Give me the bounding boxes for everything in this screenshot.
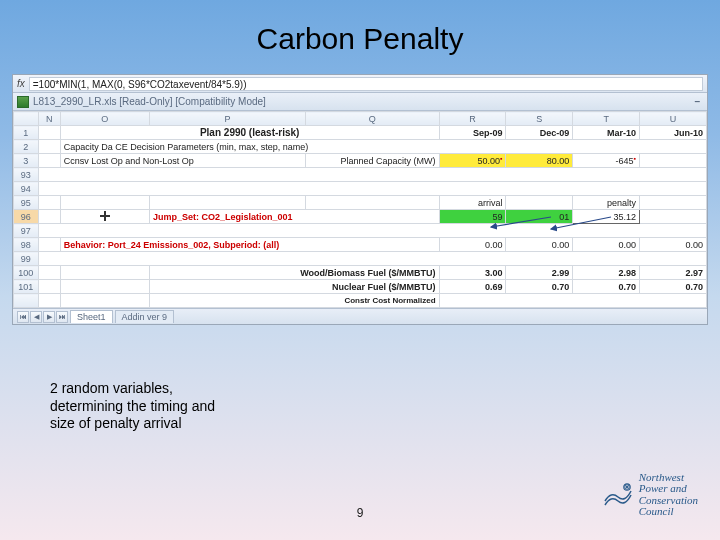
col-header[interactable]: R	[439, 112, 506, 126]
table-row[interactable]: Constr Cost Normalized	[14, 294, 707, 308]
cell[interactable]: Ccnsv Lost Op and Non-Lost Op	[60, 154, 305, 168]
excel-screenshot: fx =100*MIN(1, MAX(0, S96*CO2taxevent/84…	[12, 74, 708, 325]
grid[interactable]: N O P Q R S T U 1 Plan 2990 (least-risk)…	[13, 111, 707, 308]
table-row[interactable]: 93	[14, 168, 707, 182]
cell[interactable]: Planned Capacity (MW)	[305, 154, 439, 168]
table-row[interactable]: 99	[14, 252, 707, 266]
slide-caption: 2 random variables, determining the timi…	[50, 380, 220, 433]
cell[interactable]: Sep-09	[439, 126, 506, 140]
formula-input[interactable]: =100*MIN(1, MAX(0, S96*CO2taxevent/84*5.…	[29, 77, 703, 91]
cell[interactable]: Capacity Da CE Decision Parameters (min,…	[60, 140, 706, 154]
sheet-tab[interactable]: Addin ver 9	[115, 310, 175, 323]
cell[interactable]: 3.00	[439, 266, 506, 280]
col-header[interactable]: N	[38, 112, 60, 126]
row-header[interactable]: 99	[14, 252, 39, 266]
excel-file-icon	[17, 96, 29, 108]
cell[interactable]: 0.70	[506, 280, 573, 294]
row-header-selected[interactable]: 96	[14, 210, 39, 224]
table-row[interactable]: 98 Behavior: Port_24 Emissions_002, Subp…	[14, 238, 707, 252]
cell[interactable]: 59	[439, 210, 506, 224]
cell[interactable]: 2.99	[506, 266, 573, 280]
col-header[interactable]: P	[149, 112, 305, 126]
tab-next-button[interactable]: ▶	[43, 311, 55, 323]
cell[interactable]: Constr Cost Normalized	[149, 294, 439, 308]
table-row[interactable]: 2 Capacity Da CE Decision Parameters (mi…	[14, 140, 707, 154]
row-header[interactable]: 94	[14, 182, 39, 196]
row-header[interactable]: 98	[14, 238, 39, 252]
cell[interactable]: 80.00	[506, 154, 573, 168]
tab-nav-buttons[interactable]: ⏮ ◀ ▶ ⏭	[17, 311, 68, 323]
cell[interactable]: 0.00	[439, 238, 506, 252]
logo-text: Northwest Power and Conservation Council	[639, 472, 698, 518]
sheet-tab-active[interactable]: Sheet1	[70, 310, 113, 323]
table-row[interactable]: 100 Wood/Biomass Fuel ($/MMBTU) 3.00 2.9…	[14, 266, 707, 280]
col-header[interactable]: U	[640, 112, 707, 126]
plus-icon	[100, 211, 110, 221]
formula-bar: fx =100*MIN(1, MAX(0, S96*CO2taxevent/84…	[13, 75, 707, 93]
tab-last-button[interactable]: ⏭	[56, 311, 68, 323]
logo-icon	[603, 481, 633, 509]
table-row[interactable]: 101 Nuclear Fuel ($/MMBTU) 0.69 0.70 0.7…	[14, 280, 707, 294]
workbook-name: L813_2990_LR.xls [Read-Only] [Compatibil…	[33, 96, 266, 107]
col-header[interactable]: Q	[305, 112, 439, 126]
cell[interactable]: 0.70	[640, 280, 707, 294]
behavior-cell[interactable]: Behavior: Port_24 Emissions_002, Subperi…	[60, 238, 439, 252]
col-header[interactable]: T	[573, 112, 640, 126]
fx-label: fx	[17, 78, 25, 89]
cell[interactable]: 0.00	[640, 238, 707, 252]
plan-title-cell[interactable]: Plan 2990 (least-risk)	[60, 126, 439, 140]
cell[interactable]: 50.00▪	[439, 154, 506, 168]
cell[interactable]: 2.97	[640, 266, 707, 280]
table-row[interactable]: 94	[14, 182, 707, 196]
table-row[interactable]: 97	[14, 224, 707, 238]
cell[interactable]: 01	[506, 210, 573, 224]
row-header[interactable]: 2	[14, 140, 39, 154]
cell[interactable]: 0.70	[573, 280, 640, 294]
cell[interactable]: -645▪	[573, 154, 640, 168]
column-headers[interactable]: N O P Q R S T U	[14, 112, 707, 126]
org-logo: Northwest Power and Conservation Council	[603, 472, 698, 518]
cell[interactable]	[640, 154, 707, 168]
table-row[interactable]: 3 Ccnsv Lost Op and Non-Lost Op Planned …	[14, 154, 707, 168]
row-header[interactable]: 3	[14, 154, 39, 168]
row-header[interactable]: 93	[14, 168, 39, 182]
col-header[interactable]: O	[60, 112, 149, 126]
cell[interactable]: 0.00	[506, 238, 573, 252]
workbook-title-bar: L813_2990_LR.xls [Read-Only] [Compatibil…	[13, 93, 707, 111]
slide-title: Carbon Penalty	[0, 0, 720, 74]
jump-set-cell[interactable]: Jump_Set: CO2_Legislation_001	[149, 210, 439, 224]
table-row[interactable]: 96 Jump_Set: CO2_Legislation_001 59 01 3…	[14, 210, 707, 224]
sheet-tabs-bar: ⏮ ◀ ▶ ⏭ Sheet1 Addin ver 9	[13, 308, 707, 324]
row-header[interactable]: 1	[14, 126, 39, 140]
cell[interactable]: 0.00	[573, 238, 640, 252]
cell[interactable]: arrival	[439, 196, 506, 210]
row-header[interactable]: 100	[14, 266, 39, 280]
minimize-button[interactable]: –	[691, 96, 703, 107]
tab-prev-button[interactable]: ◀	[30, 311, 42, 323]
select-all-cell[interactable]	[14, 112, 39, 126]
cell[interactable]: Jun-10	[640, 126, 707, 140]
penalty-value-cell[interactable]: 35.12	[573, 210, 640, 224]
page-number: 9	[357, 506, 364, 520]
cell[interactable]: Nuclear Fuel ($/MMBTU)	[149, 280, 439, 294]
cell[interactable]: 0.69	[439, 280, 506, 294]
row-header[interactable]: 97	[14, 224, 39, 238]
cell[interactable]: 2.98	[573, 266, 640, 280]
table-row[interactable]: 95 arrival penalty	[14, 196, 707, 210]
cell[interactable]: Mar-10	[573, 126, 640, 140]
col-header[interactable]: S	[506, 112, 573, 126]
row-header[interactable]: 95	[14, 196, 39, 210]
table-row[interactable]: 1 Plan 2990 (least-risk) Sep-09 Dec-09 M…	[14, 126, 707, 140]
cell[interactable]: penalty	[573, 196, 640, 210]
tab-first-button[interactable]: ⏮	[17, 311, 29, 323]
cell[interactable]: Wood/Biomass Fuel ($/MMBTU)	[149, 266, 439, 280]
worksheet: N O P Q R S T U 1 Plan 2990 (least-risk)…	[13, 111, 707, 308]
cell[interactable]: Dec-09	[506, 126, 573, 140]
row-header[interactable]: 101	[14, 280, 39, 294]
